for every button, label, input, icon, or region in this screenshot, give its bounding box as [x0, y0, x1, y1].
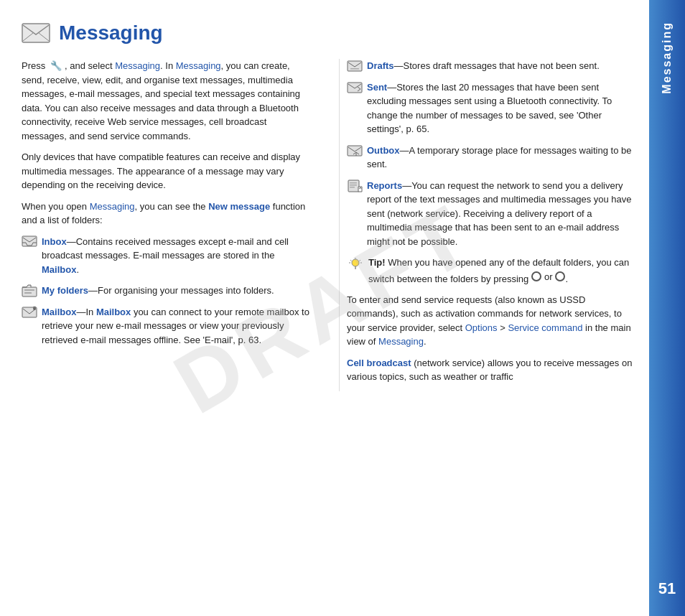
page-number: 51 [658, 579, 676, 598]
inbox-icon [22, 235, 37, 248]
svg-line-21 [350, 260, 352, 261]
outbox-icon [347, 144, 363, 157]
main-content: DRAFT Messaging Press 🔧 , and select Mes… [0, 0, 649, 616]
sent-icon [347, 81, 363, 94]
link-mailbox-1: Mailbox [42, 264, 76, 275]
svg-rect-3 [22, 236, 37, 246]
svg-rect-10 [350, 68, 359, 70]
reports-text: Reports—You can request the network to s… [367, 179, 635, 249]
svg-point-8 [33, 307, 36, 310]
svg-rect-6 [24, 292, 32, 294]
drafts-text: Drafts—Stores draft messages that have n… [367, 59, 600, 73]
link-options: Options [465, 322, 498, 333]
nav-dots: or [531, 270, 566, 284]
mailbox-text: Mailbox—In Mailbox you can connect to yo… [42, 305, 310, 347]
left-column: Press 🔧 , and select Messaging. In Messa… [22, 59, 317, 391]
folder-reports: Reports—You can request the network to s… [347, 179, 635, 249]
title-row: Messaging [22, 22, 635, 45]
folder-drafts: Drafts—Stores draft messages that have n… [347, 59, 635, 73]
svg-rect-0 [22, 24, 50, 42]
outbox-text: Outbox—A temporary storage place for mes… [367, 144, 635, 172]
messaging-icon [22, 22, 50, 45]
folder-outbox: Outbox—A temporary storage place for mes… [347, 144, 635, 172]
svg-rect-5 [24, 289, 34, 291]
my-folders-icon [22, 284, 37, 297]
outbox-label: Outbox [367, 145, 400, 156]
nav-dot-left [531, 271, 541, 281]
folder-sent: Sent—Stores the last 20 messages that ha… [347, 80, 635, 136]
sidebar-label-text: Messaging [661, 22, 674, 94]
svg-rect-17 [350, 187, 355, 188]
folder-inbox: Inbox—Contains received messages except … [22, 235, 310, 277]
page-container: DRAFT Messaging Press 🔧 , and select Mes… [0, 0, 685, 616]
reports-icon [347, 179, 363, 192]
tip-box: Tip! When you have opened any of the def… [347, 256, 635, 286]
page-title: Messaging [59, 22, 163, 45]
link-messaging-1: Messaging [115, 60, 160, 71]
svg-rect-16 [350, 185, 357, 186]
mailbox-icon [22, 306, 37, 319]
svg-rect-9 [348, 61, 362, 71]
tip-icon [347, 257, 364, 271]
svg-rect-11 [348, 83, 362, 93]
inbox-text: Inbox—Contains received messages except … [42, 235, 310, 277]
inbox-label: Inbox [42, 236, 67, 247]
svg-rect-4 [22, 287, 37, 297]
link-cell-broadcast: Cell broadcast [347, 358, 411, 368]
folder-myfolders: My folders—For organising your messages … [22, 284, 310, 298]
svg-rect-12 [348, 146, 362, 156]
link-service-command: Service command [508, 322, 582, 333]
bottom-para1: To enter and send service requests (also… [347, 293, 635, 349]
nav-dot-right [555, 271, 565, 281]
reports-label: Reports [367, 180, 402, 191]
myfolders-label: My folders [42, 285, 88, 296]
link-mailbox-2: Mailbox [96, 307, 131, 317]
link-messaging-4: Messaging [378, 336, 424, 347]
mailbox-label: Mailbox [42, 307, 76, 317]
bottom-para2: Cell broadcast (network service) allows … [347, 356, 635, 384]
intro-para3: When you open Messaging, you can see the… [22, 200, 310, 228]
link-messaging-2: Messaging [176, 60, 221, 71]
right-column: Drafts—Stores draft messages that have n… [339, 59, 635, 391]
sent-text: Sent—Stores the last 20 messages that ha… [367, 80, 635, 136]
intro-para1: Press 🔧 , and select Messaging. In Messa… [22, 59, 310, 143]
link-messaging-3: Messaging [90, 201, 135, 212]
intro-para2: Only devices that have compatible featur… [22, 150, 310, 192]
drafts-label: Drafts [367, 60, 394, 71]
link-new-message: New message [208, 201, 270, 212]
svg-line-22 [360, 260, 361, 261]
drafts-icon [347, 60, 363, 73]
tip-text: Tip! When you have opened any of the def… [368, 256, 635, 286]
folder-mailbox: Mailbox—In Mailbox you can connect to yo… [22, 305, 310, 347]
svg-rect-15 [350, 182, 357, 184]
right-sidebar: Messaging 51 [649, 0, 685, 616]
myfolders-text: My folders—For organising your messages … [42, 284, 274, 298]
two-column-layout: Press 🔧 , and select Messaging. In Messa… [22, 59, 635, 391]
sent-label: Sent [367, 82, 387, 93]
svg-rect-14 [348, 180, 359, 192]
svg-point-18 [352, 259, 359, 266]
